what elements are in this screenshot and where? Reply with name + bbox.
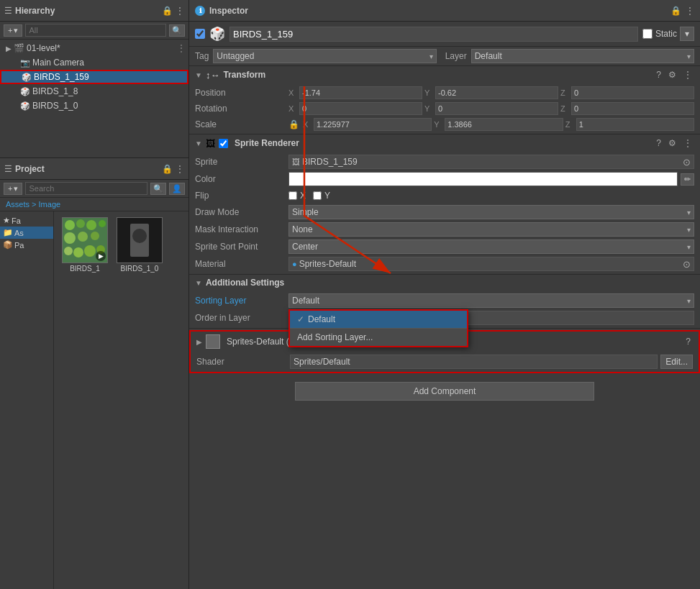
- object-enabled-checkbox[interactable]: [195, 29, 205, 39]
- hierarchy-item-birds0[interactable]: 🎲 BIRDS_1_0: [0, 99, 188, 113]
- sprite-renderer-collapse-icon: ▼: [195, 140, 202, 147]
- hierarchy-item-scene[interactable]: ▶ 🎬 01-level* ⋮: [0, 41, 188, 55]
- rotation-y-input[interactable]: [435, 102, 558, 115]
- hierarchy-camera-label: Main Camera: [32, 58, 84, 68]
- scene-menu-btn[interactable]: ⋮: [177, 43, 186, 53]
- sprite-sort-point-row: Sprite Sort Point Center ▾: [189, 238, 700, 255]
- birds8-icon: 🎲: [20, 87, 30, 96]
- asset-grid: ▶ BIRDS_1: [57, 214, 186, 275]
- sprite-renderer-section: ▼ 🖼 Sprite Renderer ? ⚙ ⋮ Sprite: [189, 134, 700, 275]
- shader-row: Shader Edit...: [191, 353, 699, 370]
- transform-header[interactable]: ▼ ↕↔ Transform ? ⚙ ⋮: [189, 66, 700, 83]
- draw-mode-dropdown[interactable]: Simple ▾: [288, 205, 694, 219]
- shader-edit-btn[interactable]: Edit...: [660, 355, 693, 369]
- scale-y-input[interactable]: [445, 118, 563, 131]
- sprite-renderer-enabled-checkbox[interactable]: [219, 139, 228, 148]
- hierarchy-add-button[interactable]: + ▾: [4, 24, 22, 37]
- sprite-renderer-help-btn[interactable]: ?: [654, 137, 663, 149]
- sprite-renderer-more-btn[interactable]: ⋮: [681, 137, 694, 149]
- static-dropdown-btn[interactable]: ▾: [680, 27, 694, 41]
- sorting-dropdown-wrapper: Default ▾ ✓ Default Add Sorting La: [288, 293, 694, 308]
- hierarchy-toolbar: + ▾ 🔍: [0, 22, 188, 40]
- draw-mode-label: Draw Mode: [195, 207, 288, 217]
- transform-help-btn[interactable]: ?: [654, 69, 663, 81]
- project-search-btn[interactable]: 🔍: [150, 183, 166, 195]
- color-swatch[interactable]: [288, 172, 678, 186]
- scale-z-input[interactable]: [576, 118, 694, 131]
- hierarchy-header: ☰ Hierarchy 🔒 ⋮: [0, 0, 188, 22]
- asset-more-btn[interactable]: ▶: [96, 251, 106, 261]
- additional-settings-header[interactable]: ▼ Additional Settings: [189, 275, 700, 291]
- material-select-btn[interactable]: ⊙: [683, 259, 691, 270]
- sprite-renderer-body: Sprite 🖼 BIRDS_1_159 ⊙ Color ✏: [189, 152, 700, 274]
- hierarchy-items-list: ▶ 🎬 01-level* ⋮ 📷 Main Camera 🎲 BIRDS_1_…: [0, 40, 188, 114]
- tag-dropdown[interactable]: Untagged ▾: [213, 49, 436, 63]
- tree-assets[interactable]: 📁 As: [0, 227, 53, 239]
- tag-value: Untagged: [217, 51, 254, 61]
- sprite-sort-point-label: Sprite Sort Point: [195, 242, 288, 252]
- left-panel: ☰ Hierarchy 🔒 ⋮ + ▾ 🔍 ▶ 🎬 01-level*: [0, 0, 189, 589]
- position-y-input[interactable]: [435, 86, 558, 99]
- rot-x-label: X: [288, 104, 297, 113]
- sorting-default-option[interactable]: ✓ Default: [290, 311, 467, 328]
- sorting-layer-dropdown[interactable]: Default ▾: [288, 293, 694, 308]
- tree-favorites[interactable]: ★ Fa: [0, 214, 53, 227]
- rotation-x-input[interactable]: [299, 102, 422, 115]
- hierarchy-search-btn[interactable]: 🔍: [169, 24, 185, 37]
- flip-y-checkbox[interactable]: [313, 191, 322, 200]
- flip-x-checkbox[interactable]: [288, 191, 297, 200]
- material-help-btn[interactable]: ?: [683, 336, 693, 347]
- flip-prop-row: Flip X Y: [189, 188, 700, 204]
- shader-input[interactable]: [290, 355, 658, 369]
- layer-dropdown[interactable]: Default ▾: [471, 49, 694, 63]
- packages-label: Pa: [14, 241, 24, 250]
- birds0-thumb-svg: [117, 218, 162, 262]
- sprite-renderer-header[interactable]: ▼ 🖼 Sprite Renderer ? ⚙ ⋮: [189, 134, 700, 152]
- sprite-sort-point-dropdown[interactable]: Center ▾: [288, 239, 694, 254]
- position-z-input[interactable]: [571, 86, 694, 99]
- color-pick-btn[interactable]: ✏: [681, 173, 694, 186]
- asset-item-birds1[interactable]: ▶ BIRDS_1: [60, 217, 110, 273]
- transform-settings-btn[interactable]: ⚙: [666, 69, 678, 81]
- assets-label: As: [14, 229, 24, 237]
- project-add-caret: ▾: [14, 184, 18, 193]
- pos-x-label: X: [288, 88, 297, 97]
- rotation-z-input[interactable]: [571, 102, 694, 115]
- scene-expand-icon: ▶: [6, 45, 12, 52]
- project-add-button[interactable]: + ▾: [4, 183, 22, 195]
- object-name-input[interactable]: [229, 27, 638, 42]
- hierarchy-search-input[interactable]: [25, 24, 166, 37]
- static-checkbox[interactable]: [642, 29, 653, 39]
- svg-point-9: [73, 247, 83, 257]
- sprite-value: BIRDS_1_159: [302, 157, 358, 167]
- add-component-area: Add Component: [189, 375, 700, 408]
- scale-x-input[interactable]: [314, 118, 432, 131]
- hierarchy-panel: ☰ Hierarchy 🔒 ⋮ + ▾ 🔍 ▶ 🎬 01-level*: [0, 0, 188, 158]
- project-search-input[interactable]: [25, 182, 147, 195]
- material-label: Material: [195, 259, 288, 269]
- inspector-more-icon[interactable]: ⋮: [686, 6, 694, 16]
- inspector-panel: ℹ Inspector 🔒 ⋮ 🎲 Static ▾ Tag: [189, 0, 700, 589]
- position-x-input[interactable]: [299, 86, 422, 99]
- hierarchy-item-birds8[interactable]: 🎲 BIRDS_1_8: [0, 84, 188, 99]
- object-toolbar: 🎲 Static ▾: [189, 22, 700, 47]
- tree-packages[interactable]: 📦 Pa: [0, 239, 53, 251]
- project-filter-btn[interactable]: 👤: [169, 183, 185, 195]
- material-collapse-icon: ▶: [196, 338, 202, 346]
- layer-caret: ▾: [687, 52, 691, 60]
- asset-thumb-birds1: ▶: [62, 217, 108, 263]
- hierarchy-item-camera[interactable]: 📷 Main Camera: [0, 55, 188, 70]
- mask-interaction-dropdown[interactable]: None ▾: [288, 222, 694, 237]
- sprite-select-btn[interactable]: ⊙: [683, 157, 691, 168]
- flip-group: X Y: [288, 191, 330, 201]
- transform-more-btn[interactable]: ⋮: [681, 69, 694, 81]
- asset-thumb-birds0: [117, 217, 163, 263]
- sprite-renderer-settings-btn[interactable]: ⚙: [666, 137, 678, 149]
- hierarchy-item-birds159[interactable]: 🎲 BIRDS_1_159: [0, 70, 188, 84]
- hierarchy-more-icon[interactable]: ⋮: [176, 6, 184, 16]
- add-component-button[interactable]: Add Component: [295, 382, 594, 401]
- add-sorting-layer-option[interactable]: Add Sorting Layer...: [290, 328, 467, 346]
- mask-interaction-value: None: [292, 224, 313, 234]
- project-more-icon[interactable]: ⋮: [176, 164, 184, 174]
- asset-item-birds1-0[interactable]: BIRDS_1_0: [114, 217, 165, 273]
